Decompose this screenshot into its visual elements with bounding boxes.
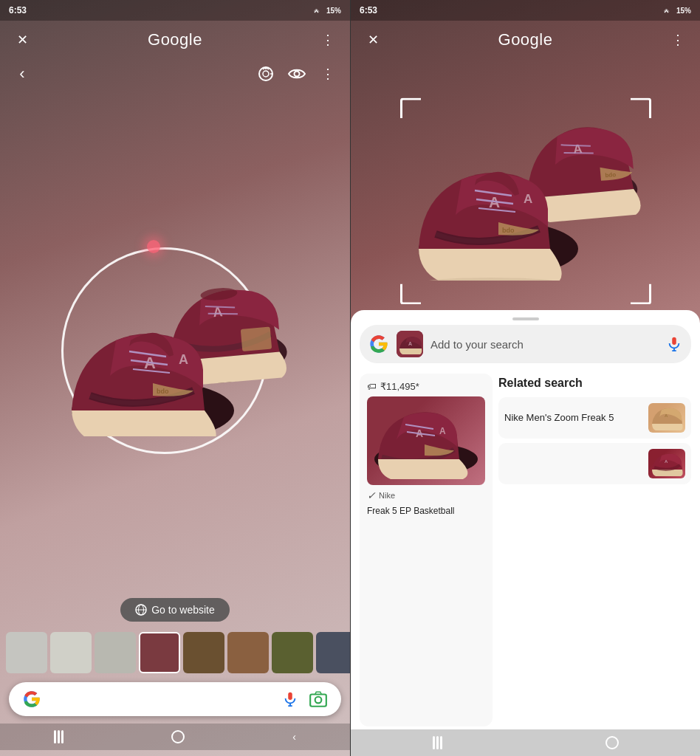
price-card: 🏷 ₹11,495* A A <box>360 374 493 726</box>
right-more-button[interactable]: ⋮ <box>666 28 690 52</box>
right-close-button[interactable]: ✕ <box>361 28 385 52</box>
google-logo <box>22 690 41 709</box>
svg-text:A: A <box>665 413 668 418</box>
thumb-4-active[interactable] <box>139 632 180 673</box>
right-header-right: ⋮ <box>666 28 690 52</box>
shoe-result-image[interactable]: A A <box>367 396 485 485</box>
left-battery-text: 15% <box>326 7 341 15</box>
right-wifi-icon <box>664 7 674 14</box>
right-status-bar: 6:53 15% <box>351 0 700 21</box>
related-item-1-text: Nike Men's Zoom Freak 5 <box>504 412 642 425</box>
sheet-handle <box>512 317 539 320</box>
left-toolbar-more[interactable]: ⋮ <box>316 62 340 86</box>
wifi-icon <box>314 7 324 14</box>
search-input-row[interactable]: A Add to your search <box>360 325 691 363</box>
left-time: 6:53 <box>9 5 27 16</box>
related-shoe-2-svg: A <box>648 449 685 478</box>
right-battery-text: 15% <box>676 7 691 15</box>
svg-text:A: A <box>665 459 668 464</box>
thumb-3[interactable] <box>95 632 136 673</box>
shoe-image-left: A <box>49 244 301 436</box>
lens-icon[interactable] <box>254 62 278 86</box>
left-sys-nav: ‹ <box>0 724 350 750</box>
right-phone-panel: 6:53 15% ✕ Google ⋮ <box>350 0 700 756</box>
price-value: ₹11,495* <box>380 381 419 392</box>
right-image-area: A bdo A A bdo <box>351 59 700 310</box>
right-nav-home-icon[interactable] <box>605 736 619 749</box>
svg-rect-22 <box>288 693 292 700</box>
svg-text:A: A <box>408 341 412 346</box>
svg-rect-10 <box>241 327 272 351</box>
left-toolbar: ‹ ⋮ <box>0 59 350 89</box>
lens-svg <box>257 65 275 83</box>
bottom-sheet: A Add to your search 🏷 ₹11,495* <box>351 310 700 756</box>
related-search-title: Related search <box>498 374 691 393</box>
left-app-title: Google <box>34 30 316 49</box>
related-item-2[interactable]: A <box>498 443 691 484</box>
right-nav-lines-icon[interactable] <box>433 736 442 749</box>
left-battery: 15% <box>314 7 341 15</box>
nike-swoosh-icon: ✓ <box>367 489 376 501</box>
result-shoe-svg: A A <box>367 396 485 485</box>
globe-icon <box>135 604 147 616</box>
thumb-1[interactable] <box>6 632 47 673</box>
mic-icon-bottom[interactable] <box>282 691 298 707</box>
shoe-svg-right: A bdo A A bdo <box>400 89 651 281</box>
related-search-col: Related search Nike Men's Zoom Freak 5 A <box>498 374 691 726</box>
mic-icon-search[interactable] <box>666 336 682 352</box>
right-header-left: ✕ <box>361 28 385 52</box>
svg-text:bdo: bdo <box>157 388 169 395</box>
svg-text:A: A <box>179 352 188 367</box>
result-title: Freak 5 EP Basketball <box>367 506 485 518</box>
nike-label: Nike <box>379 491 395 500</box>
svg-text:bdo: bdo <box>605 171 617 179</box>
left-more-button[interactable]: ⋮ <box>316 28 340 52</box>
related-item-2-image: A <box>648 449 685 478</box>
goto-website-label: Go to website <box>151 604 215 616</box>
eye-svg <box>288 65 306 83</box>
thumb-2[interactable] <box>50 632 92 673</box>
camera-icon-bottom[interactable] <box>309 690 328 709</box>
right-app-title: Google <box>385 30 666 49</box>
svg-text:A: A <box>439 426 446 436</box>
eye-icon[interactable] <box>285 62 309 86</box>
scan-corner-br <box>631 284 651 304</box>
right-sys-nav <box>351 729 700 756</box>
left-image-area: A <box>0 89 350 592</box>
bottom-search-bar[interactable] <box>9 682 341 716</box>
results-area: 🏷 ₹11,495* A A <box>351 371 700 729</box>
goto-website-button[interactable]: Go to website <box>120 598 230 622</box>
left-phone-panel: 6:53 15% ✕ Google ⋮ ‹ <box>0 0 350 756</box>
nav-lines-icon[interactable] <box>54 730 64 743</box>
left-status-bar: 6:53 15% <box>0 0 350 21</box>
related-shoe-1-svg: A <box>648 403 685 433</box>
svg-text:A: A <box>524 192 532 206</box>
thumb-8[interactable] <box>316 632 350 673</box>
thumb-7[interactable] <box>272 632 313 673</box>
left-close-button[interactable]: ✕ <box>10 28 34 52</box>
search-text[interactable]: Add to your search <box>430 338 659 351</box>
thumb-6[interactable] <box>227 632 269 673</box>
right-app-header: ✕ Google ⋮ <box>351 21 700 59</box>
back-button[interactable]: ‹ <box>10 62 34 86</box>
thumb-5[interactable] <box>183 632 224 673</box>
svg-text:bdo: bdo <box>502 227 515 234</box>
nav-back-icon[interactable]: ‹ <box>292 731 296 743</box>
shoe-svg-left: A <box>49 244 301 436</box>
left-app-header: ✕ Google ⋮ <box>0 21 350 59</box>
left-header-left: ✕ <box>10 28 34 52</box>
related-item-1[interactable]: Nike Men's Zoom Freak 5 A <box>498 397 691 439</box>
right-time: 6:53 <box>360 5 377 16</box>
right-battery: 15% <box>664 7 691 15</box>
search-thumb: A <box>397 331 423 357</box>
thumb-shoe-svg: A <box>397 331 423 357</box>
svg-point-1 <box>263 71 269 77</box>
svg-text:A: A <box>572 142 583 157</box>
svg-point-26 <box>315 697 322 704</box>
thumbnail-row <box>0 628 350 678</box>
left-header-right: ⋮ <box>316 28 340 52</box>
nav-home-icon[interactable] <box>171 730 185 743</box>
price-tag: 🏷 ₹11,495* <box>367 381 485 392</box>
svg-point-4 <box>295 72 300 77</box>
price-icon: 🏷 <box>367 381 377 392</box>
